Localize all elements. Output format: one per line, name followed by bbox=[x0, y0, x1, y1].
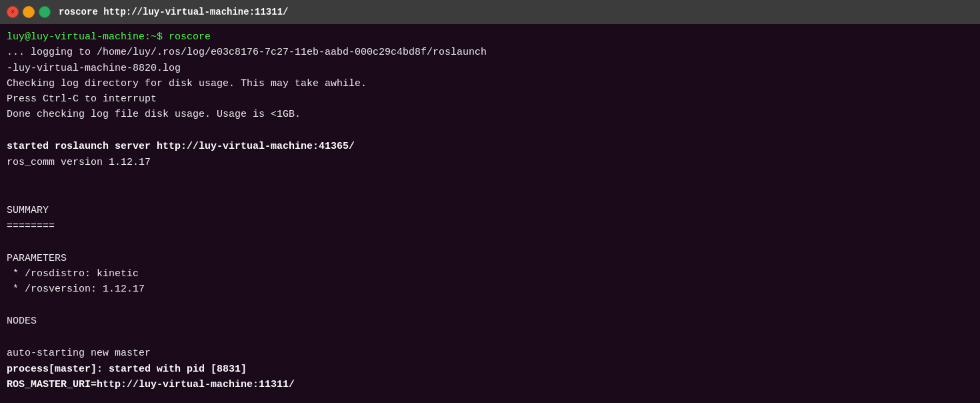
output-line-10: PARAMETERS bbox=[7, 251, 973, 266]
output-line-15: process[master]: started with pid [8831] bbox=[7, 362, 973, 377]
output-line-6: started roslaunch server http://luy-virt… bbox=[7, 139, 973, 154]
title-bar: × roscore http://luy-virtual-machine:113… bbox=[0, 0, 980, 24]
output-line-16: ROS_MASTER_URI=http://luy-virtual-machin… bbox=[7, 377, 973, 392]
close-button[interactable]: × bbox=[7, 6, 19, 18]
empty-line-3 bbox=[7, 187, 973, 204]
output-line-4: Press Ctrl-C to interrupt bbox=[7, 91, 973, 107]
output-line-8: SUMMARY bbox=[7, 203, 973, 218]
output-line-7: ros_comm version 1.12.17 bbox=[7, 155, 973, 170]
output-line-14: auto-starting new master bbox=[7, 346, 973, 361]
empty-line-5 bbox=[7, 297, 973, 314]
terminal-body[interactable]: luy@luy-virtual-machine:~$ roscore ... l… bbox=[0, 24, 980, 403]
close-icon: × bbox=[11, 9, 15, 16]
empty-line-2 bbox=[7, 170, 973, 187]
output-line-9: ======== bbox=[7, 219, 973, 234]
prompt-line: luy@luy-virtual-machine:~$ roscore bbox=[7, 29, 973, 45]
output-line-12: * /rosversion: 1.12.17 bbox=[7, 282, 973, 297]
output-line-3: Checking log directory for disk usage. T… bbox=[7, 76, 973, 91]
window-title: roscore http://luy-virtual-machine:11311… bbox=[59, 7, 288, 17]
output-line-11: * /rosdistro: kinetic bbox=[7, 266, 973, 282]
maximize-button[interactable] bbox=[39, 6, 51, 18]
terminal-window: × roscore http://luy-virtual-machine:113… bbox=[0, 0, 980, 403]
output-line-1: ... logging to /home/luy/.ros/log/e03c81… bbox=[7, 45, 973, 60]
output-line-2: -luy-virtual-machine-8820.log bbox=[7, 61, 973, 76]
empty-line-6 bbox=[7, 329, 973, 346]
empty-line-1 bbox=[7, 123, 973, 139]
output-line-5: Done checking log file disk usage. Usage… bbox=[7, 107, 973, 122]
window-controls: × bbox=[7, 6, 51, 18]
output-line-13: NODES bbox=[7, 314, 973, 329]
minimize-button[interactable] bbox=[23, 6, 35, 18]
empty-line-4 bbox=[7, 234, 973, 251]
